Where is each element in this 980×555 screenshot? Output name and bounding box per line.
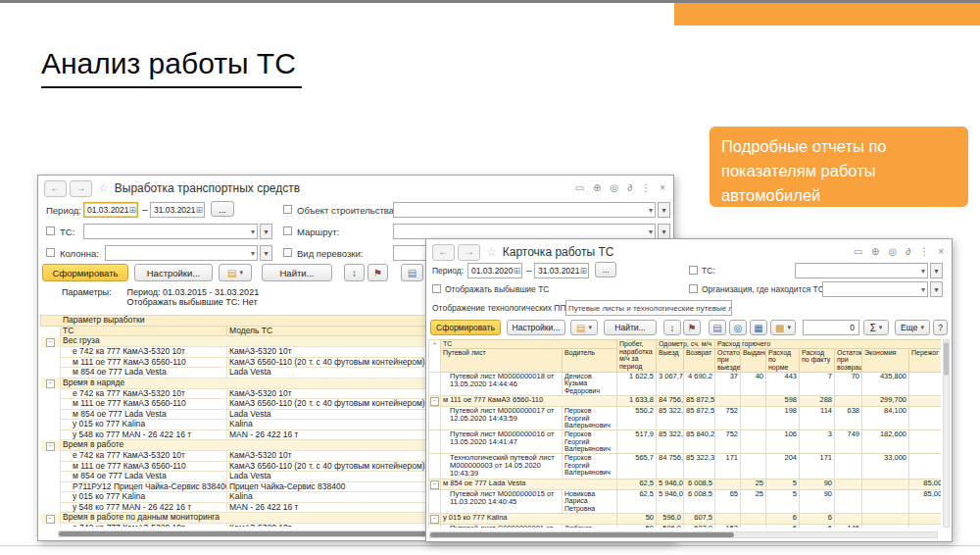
period-from-input[interactable]: 01.03.2020 ⊞	[467, 263, 522, 278]
route-combo[interactable]: ▾	[393, 224, 656, 239]
collapse-groups-button[interactable]: ⚑	[368, 264, 388, 281]
save-button[interactable]: ▦	[750, 320, 767, 335]
period-options-button[interactable]: ...	[211, 201, 234, 217]
collapse-icon[interactable]: −	[41, 440, 61, 451]
period-from-input[interactable]: 01.03.2021 ⊞	[83, 202, 138, 218]
header-probeg[interactable]: Пробег, наработка м/ч за период	[617, 340, 657, 373]
period-to-input[interactable]: 31.03.2021 ⊞	[534, 263, 589, 278]
tc-checkbox[interactable]	[46, 227, 55, 235]
header-driver[interactable]: Водитель	[563, 348, 617, 372]
globe-icon[interactable]: ⊕	[871, 245, 879, 259]
preview-button[interactable]: ◎	[729, 320, 747, 335]
pp-combo[interactable]: Путевые листы и технологические путевые …	[565, 300, 732, 316]
monitor-icon[interactable]: ▭	[575, 181, 584, 195]
org-combo[interactable]: ▾	[822, 281, 928, 297]
scrollbar-thumb[interactable]	[430, 532, 734, 537]
tc-list-button[interactable]: ▾	[930, 263, 943, 278]
calendar-icon[interactable]: ⊞	[129, 205, 137, 215]
gutter-header[interactable]: +	[429, 340, 441, 373]
tc-list-button[interactable]: ▾	[260, 224, 272, 239]
generate-button[interactable]: Сформировать	[42, 264, 128, 281]
link-icon[interactable]: ∂	[627, 181, 632, 195]
table-row[interactable]: Путевой лист М0000000016 от 13.05.2020 1…	[429, 429, 942, 453]
org-list-button[interactable]: ▾	[930, 281, 943, 297]
kind-checkbox[interactable]	[283, 248, 292, 257]
scrollbar-thumb[interactable]	[944, 342, 949, 376]
header-ekonomia[interactable]: Экономия	[862, 348, 909, 372]
collapse-icon[interactable]: −	[429, 479, 441, 489]
report-variant-button[interactable]: ▤▾	[570, 320, 598, 335]
link-icon[interactable]: ∂	[906, 245, 910, 259]
more-button[interactable]: Еще▾	[895, 320, 930, 335]
collapse-icon[interactable]: −	[429, 513, 441, 524]
collapse-icon[interactable]: −	[41, 378, 61, 388]
expand-groups-button[interactable]: ↕	[344, 264, 365, 281]
table-row[interactable]: −м 111 ое 777 КамАЗ 6560-1101 633,884 75…	[429, 395, 942, 406]
object-checkbox[interactable]	[283, 205, 292, 214]
table-row[interactable]: Путевой лист М0000000017 от 12.05.2020 1…	[429, 406, 942, 429]
back-button[interactable]: ←	[44, 180, 67, 197]
header-ost-vyezd[interactable]: Остаток при выезде	[715, 348, 741, 372]
favorite-star-icon[interactable]: ☆	[98, 181, 109, 195]
table-row[interactable]: −м 854 ое 777 Lada Vesta62,55 946,06 008…	[429, 479, 942, 489]
print-button[interactable]: ▤	[709, 320, 726, 335]
kolonna-checkbox[interactable]	[46, 248, 55, 257]
expand-groups-button[interactable]: ↕	[663, 320, 681, 335]
header-ost-vozvr[interactable]: Остаток при возвращении	[835, 348, 862, 372]
globe-icon[interactable]: ⊕	[593, 181, 601, 195]
table-row[interactable]: Путевой лист М0000000018 от 13.05.2020 1…	[429, 372, 942, 395]
find-button[interactable]: Найти...	[604, 320, 657, 335]
period-options-button[interactable]: ...	[595, 262, 616, 278]
kebab-icon[interactable]: ⋮	[919, 245, 929, 259]
forward-button[interactable]: →	[458, 244, 480, 261]
show-retired-checkbox[interactable]	[432, 284, 441, 293]
kebab-icon[interactable]: ⋮	[641, 181, 651, 195]
tc-combo[interactable]: ▾	[795, 263, 928, 278]
count-field[interactable]: 0	[803, 320, 859, 335]
header-tc[interactable]: ТС	[441, 340, 617, 349]
calendar-icon[interactable]: ⊞	[196, 205, 204, 215]
close-icon[interactable]: ×	[938, 245, 944, 259]
settings-button[interactable]: Настройки...	[134, 264, 213, 281]
favorite-star-icon[interactable]: ☆	[486, 245, 497, 259]
calendar-icon[interactable]: ⊞	[514, 266, 521, 276]
monitor-icon[interactable]: ▭	[854, 245, 862, 259]
header-norma[interactable]: Расход по норме	[766, 348, 800, 372]
table-row[interactable]: Путевой лист С0000000001 от 21.03.2020 1…	[429, 524, 942, 528]
generate-button[interactable]: Сформировать	[430, 320, 501, 335]
header-odometr[interactable]: Одометр, сч. м/ч	[657, 340, 715, 349]
header-perezhog[interactable]: Пережог	[909, 348, 942, 372]
table-row[interactable]: −у 015 ко 777 Kalina50596,0607,566	[429, 513, 942, 524]
col-header-tc[interactable]: ТС	[61, 326, 227, 336]
header-fuel[interactable]: Расход горючего	[715, 340, 942, 349]
print-button[interactable]: ▤	[401, 264, 423, 281]
route-list-button[interactable]: ▾	[658, 224, 670, 239]
vertical-scrollbar[interactable]	[943, 339, 950, 528]
report-variant-button[interactable]: ▤▾	[219, 264, 252, 281]
header-vydano[interactable]: Выдано	[741, 348, 766, 372]
period-to-input[interactable]: 31.03.2021 ⊞	[150, 202, 205, 218]
object-combo[interactable]: ▾	[393, 202, 656, 218]
table-row[interactable]: Технологический путевой лист М000000003 …	[429, 453, 942, 479]
back-button[interactable]: ←	[432, 244, 455, 261]
forward-button[interactable]: →	[70, 180, 92, 197]
calendar-icon[interactable]: ⊞	[580, 266, 588, 276]
find-button[interactable]: Найти...	[262, 264, 332, 281]
collapse-icon[interactable]: −	[429, 395, 441, 406]
tc-checkbox[interactable]	[689, 266, 698, 275]
settings-button[interactable]: Настройки...	[507, 320, 565, 335]
collapse-icon[interactable]: −	[41, 513, 61, 524]
search-icon[interactable]: ◎	[610, 181, 618, 195]
header-vyezd[interactable]: Выезд	[657, 348, 684, 372]
close-icon[interactable]: ×	[660, 181, 665, 195]
kolonna-list-button[interactable]: ▾	[260, 245, 272, 261]
help-button[interactable]: ?	[933, 320, 948, 335]
export-button[interactable]: ▩▾	[770, 320, 796, 335]
route-checkbox[interactable]	[283, 227, 292, 235]
collapse-icon[interactable]: −	[41, 336, 61, 347]
header-vozvrat[interactable]: Возврат	[684, 348, 715, 372]
header-fakt[interactable]: Расход по факту	[800, 348, 835, 372]
collapse-groups-button[interactable]: ⚑	[683, 320, 701, 335]
tc-combo[interactable]: ▾	[83, 224, 258, 239]
header-doc[interactable]: Путевой лист	[441, 348, 563, 372]
